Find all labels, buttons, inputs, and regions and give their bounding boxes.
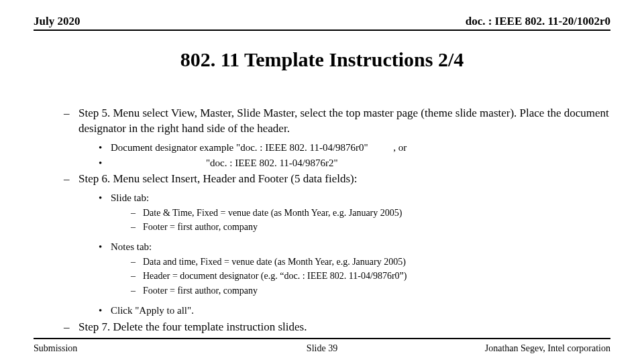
slide-title: 802. 11 Template Instructions 2/4 xyxy=(0,48,644,71)
step-5-text: Step 5. Menu select View, Master, Slide … xyxy=(78,106,610,137)
header-date: July 2020 xyxy=(34,15,80,28)
step-7-text: Step 7. Delete the four template instruc… xyxy=(78,320,610,335)
notes-tab-item-1-text: Data and time, Fixed = venue date (as Mo… xyxy=(143,256,406,269)
bullet-marker: • xyxy=(99,156,111,170)
slide-body: – Step 5. Menu select View, Master, Slid… xyxy=(64,106,610,335)
apply-to-all-text: Click "Apply to all". xyxy=(111,304,610,317)
dash-marker: – xyxy=(131,256,143,269)
dash-marker: – xyxy=(131,221,143,234)
designator-example-2-text: "doc. : IEEE 802. 11-04/9876r2" xyxy=(111,156,610,170)
designator-example-1b: , or xyxy=(393,142,407,153)
dash-marker: – xyxy=(131,285,143,298)
notes-tab-item-3: – Footer = first author, company xyxy=(131,285,610,298)
header-rule xyxy=(34,29,610,31)
step-7: – Step 7. Delete the four template instr… xyxy=(64,320,610,335)
notes-tab-item-2: – Header = document designator (e.g. “do… xyxy=(131,270,610,283)
notes-tab: • Notes tab: xyxy=(99,240,610,253)
designator-example-1-text: Document designator example "doc. : IEEE… xyxy=(111,141,610,154)
designator-example-2: • "doc. : IEEE 802. 11-04/9876r2" xyxy=(99,156,610,170)
slide-tab-item-2: – Footer = first author, company xyxy=(131,221,610,234)
step-6-text: Step 6. Menu select Insert, Header and F… xyxy=(78,172,610,187)
bullet-marker: • xyxy=(99,141,111,154)
dash-marker: – xyxy=(131,270,143,283)
footer-rule xyxy=(34,338,610,339)
bullet-marker: • xyxy=(99,191,111,204)
slide-tab-item-1: – Date & Time, Fixed = venue date (as Mo… xyxy=(131,207,610,220)
step-5: – Step 5. Menu select View, Master, Slid… xyxy=(64,106,610,137)
notes-tab-label: Notes tab: xyxy=(111,240,610,253)
footer-author: Jonathan Segev, Intel corporation xyxy=(485,343,610,354)
dash-marker: – xyxy=(131,207,143,220)
dash-marker: – xyxy=(64,106,78,137)
notes-tab-item-1: – Data and time, Fixed = venue date (as … xyxy=(131,256,610,269)
designator-example-1: • Document designator example "doc. : IE… xyxy=(99,141,610,154)
bullet-marker: • xyxy=(99,240,111,253)
slide-tab-item-1-text: Date & Time, Fixed = venue date (as Mont… xyxy=(143,207,402,220)
dash-marker: – xyxy=(64,320,78,335)
step-6: – Step 6. Menu select Insert, Header and… xyxy=(64,172,610,187)
apply-to-all: • Click "Apply to all". xyxy=(99,304,610,317)
notes-tab-item-3-text: Footer = first author, company xyxy=(143,285,258,298)
slide-tab: • Slide tab: xyxy=(99,191,610,204)
dash-marker: – xyxy=(64,172,78,187)
slide-tab-item-2-text: Footer = first author, company xyxy=(143,221,258,234)
designator-example-2-value: "doc. : IEEE 802. 11-04/9876r2" xyxy=(206,158,338,168)
slide-tab-label: Slide tab: xyxy=(111,191,610,204)
slide: July 2020 doc. : IEEE 802. 11-20/1002r0 … xyxy=(0,0,644,362)
notes-tab-item-2-text: Header = document designator (e.g. “doc.… xyxy=(143,270,407,283)
header-doc-designator: doc. : IEEE 802. 11-20/1002r0 xyxy=(466,15,610,28)
bullet-marker: • xyxy=(99,304,111,317)
designator-example-1a: Document designator example "doc. : IEEE… xyxy=(111,142,368,153)
